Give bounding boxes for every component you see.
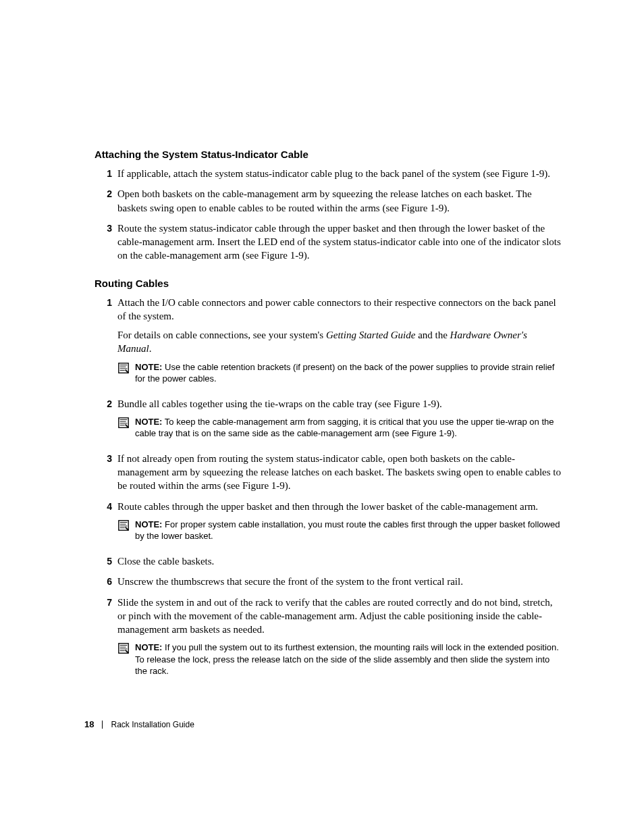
step-body: Slide the system in and out of the rack … bbox=[117, 596, 563, 683]
note-block: NOTE: For proper system cable installati… bbox=[117, 519, 563, 542]
step-text: Slide the system in and out of the rack … bbox=[117, 596, 563, 637]
note-block: NOTE: Use the cable retention brackets (… bbox=[117, 361, 563, 385]
step-body: If not already open from routing the sys… bbox=[117, 452, 563, 493]
step-number: 1 bbox=[95, 167, 117, 180]
note-label: NOTE: bbox=[135, 642, 162, 652]
footer-title: Rack Installation Guide bbox=[111, 720, 194, 729]
step-text: For details on cable connections, see yo… bbox=[117, 328, 563, 356]
step-number: 6 bbox=[95, 575, 117, 588]
step-text: If applicable, attach the system status-… bbox=[117, 167, 563, 180]
note-label: NOTE: bbox=[135, 519, 162, 529]
step-text: If not already open from routing the sys… bbox=[117, 452, 563, 493]
section-attaching-cable: Attaching the System Status-Indicator Ca… bbox=[95, 149, 563, 263]
note-icon bbox=[117, 642, 130, 658]
step-item: 7 Slide the system in and out of the rac… bbox=[95, 596, 563, 683]
step-body: If applicable, attach the system status-… bbox=[117, 167, 563, 180]
note-icon bbox=[117, 519, 130, 535]
step-text: Unscrew the thumbscrews that secure the … bbox=[117, 575, 563, 588]
step-number: 4 bbox=[95, 500, 117, 513]
step-text: Bundle all cables together using the tie… bbox=[117, 397, 563, 411]
step-text: Route cables through the upper basket an… bbox=[117, 500, 563, 513]
step-body: Route the system status-indicator cable … bbox=[117, 221, 563, 263]
step-number: 3 bbox=[95, 452, 117, 465]
note-icon bbox=[117, 362, 130, 377]
step-body: Close the cable baskets. bbox=[117, 554, 563, 568]
step-body: Unscrew the thumbscrews that secure the … bbox=[117, 575, 563, 588]
footer-divider bbox=[102, 721, 103, 729]
section-heading: Attaching the System Status-Indicator Ca… bbox=[95, 149, 563, 160]
step-body: Attach the I/O cable connectors and powe… bbox=[117, 296, 563, 390]
step-body: Open both baskets on the cable-managemen… bbox=[117, 187, 563, 215]
steps-list: 1 If applicable, attach the system statu… bbox=[95, 167, 563, 263]
note-text: NOTE: If you pull the system out to its … bbox=[135, 642, 563, 677]
step-text: Close the cable baskets. bbox=[117, 554, 563, 568]
step-item: 1 If applicable, attach the system statu… bbox=[95, 167, 563, 180]
note-label: NOTE: bbox=[135, 362, 162, 372]
step-text: Route the system status-indicator cable … bbox=[117, 221, 563, 263]
steps-list: 1 Attach the I/O cable connectors and po… bbox=[95, 296, 563, 683]
step-number: 2 bbox=[95, 187, 117, 201]
note-text: NOTE: To keep the cable-management arm f… bbox=[135, 416, 563, 440]
note-block: NOTE: If you pull the system out to its … bbox=[117, 642, 563, 677]
page-number: 18 bbox=[84, 719, 94, 729]
step-item: 1 Attach the I/O cable connectors and po… bbox=[95, 296, 563, 390]
step-item: 3 If not already open from routing the s… bbox=[95, 452, 563, 493]
step-body: Bundle all cables together using the tie… bbox=[117, 397, 563, 445]
note-icon bbox=[117, 417, 130, 432]
page-content: Attaching the System Status-Indicator Ca… bbox=[0, 0, 644, 683]
step-body: Route cables through the upper basket an… bbox=[117, 500, 563, 548]
step-item: 5 Close the cable baskets. bbox=[95, 554, 563, 568]
note-label: NOTE: bbox=[135, 417, 162, 427]
note-block: NOTE: To keep the cable-management arm f… bbox=[117, 416, 563, 440]
step-text: Attach the I/O cable connectors and powe… bbox=[117, 296, 563, 323]
step-number: 2 bbox=[95, 397, 117, 411]
step-number: 7 bbox=[95, 596, 117, 609]
step-number: 1 bbox=[95, 296, 117, 309]
section-routing-cables: Routing Cables 1 Attach the I/O cable co… bbox=[95, 278, 563, 683]
note-text: NOTE: Use the cable retention brackets (… bbox=[135, 361, 563, 385]
step-number: 3 bbox=[95, 221, 117, 235]
section-heading: Routing Cables bbox=[95, 278, 563, 289]
step-item: 2 Open both baskets on the cable-managem… bbox=[95, 187, 563, 215]
step-number: 5 bbox=[95, 554, 117, 568]
step-text: Open both baskets on the cable-managemen… bbox=[117, 187, 563, 215]
step-item: 2 Bundle all cables together using the t… bbox=[95, 397, 563, 445]
step-item: 4 Route cables through the upper basket … bbox=[95, 500, 563, 548]
page-footer: 18 Rack Installation Guide bbox=[84, 719, 194, 729]
step-item: 3 Route the system status-indicator cabl… bbox=[95, 221, 563, 263]
note-text: NOTE: For proper system cable installati… bbox=[135, 519, 563, 542]
step-item: 6 Unscrew the thumbscrews that secure th… bbox=[95, 575, 563, 588]
